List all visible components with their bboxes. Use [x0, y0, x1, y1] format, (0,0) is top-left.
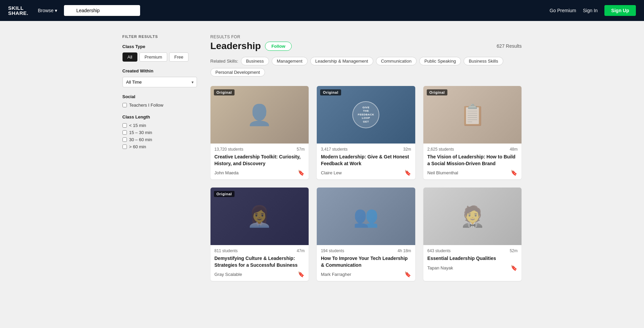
course-meta-4: 811 students 47m — [210, 245, 309, 255]
browse-button[interactable]: Browse ▾ — [38, 8, 58, 13]
course-author-3: Neil Blumenthal — [427, 170, 458, 175]
created-within-select[interactable]: All Time Past Month Past Year — [123, 77, 197, 87]
results-title-wrap: Leadership Follow — [210, 41, 292, 51]
courses-grid: Original 👤 13,720 students 57m Creative … — [210, 86, 522, 281]
course-author-row-2: Claire Lew 🔖 — [321, 170, 411, 176]
course-card-6[interactable]: 🤵 643 students 52m Essential Leadership … — [423, 188, 522, 281]
type-premium-button[interactable]: Premium — [139, 52, 167, 62]
browse-label: Browse — [38, 8, 54, 13]
course-title-1: Creative Leadership Toolkit: Curiosity, … — [215, 154, 305, 167]
skill-chip-communication[interactable]: Communication — [376, 57, 417, 65]
course-card-3[interactable]: Original 📋 2,625 students 48m The Vision… — [423, 86, 522, 179]
class-length-filter: Class Length < 15 min 15 – 30 min 30 – 6… — [123, 114, 197, 149]
bookmark-icon-3[interactable]: 🔖 — [511, 170, 517, 176]
course-thumb-3: Original 📋 — [423, 86, 522, 144]
length-15-30-option[interactable]: 15 – 30 min — [123, 130, 197, 135]
header-right: Go Premium Sign In Sign Up — [550, 5, 636, 16]
length-15-30-label: 15 – 30 min — [129, 130, 152, 135]
class-type-buttons: All Premium Free — [123, 52, 197, 62]
length-gt60-label: > 60 min — [129, 144, 146, 149]
logo[interactable]: SKILL SHARE. — [8, 5, 28, 16]
skill-chip-management[interactable]: Management — [272, 57, 308, 65]
course-author-row-4: Gray Scalable 🔖 — [215, 271, 305, 278]
course-duration-1: 57m — [297, 147, 305, 152]
course-author-2: Claire Lew — [321, 170, 341, 175]
course-duration-5: 4h 18m — [398, 248, 411, 253]
bookmark-icon-4[interactable]: 🔖 — [298, 271, 305, 278]
results-title: Leadership — [210, 41, 261, 51]
length-gt60-checkbox[interactable] — [123, 145, 127, 149]
course-author-row-5: Mark Farragher 🔖 — [321, 271, 411, 278]
course-meta-3: 2,625 students 48m — [423, 144, 522, 153]
chevron-down-icon: ▾ — [55, 8, 57, 13]
course-author-row-3: Neil Blumenthal 🔖 — [427, 170, 518, 176]
course-author-row-6: Tapan Nayak 🔖 — [427, 265, 518, 271]
length-lt15-label: < 15 min — [129, 123, 146, 128]
course-card-1[interactable]: Original 👤 13,720 students 57m Creative … — [210, 86, 309, 179]
teachers-i-follow-checkbox[interactable]: Teachers I Follow — [123, 103, 197, 108]
sidebar: FILTER RESULTS Class Type All Premium Fr… — [123, 35, 197, 281]
go-premium-button[interactable]: Go Premium — [550, 8, 576, 13]
course-thumb-6: 🤵 — [423, 188, 522, 245]
course-duration-2: 32m — [403, 147, 411, 152]
course-info-5: How To Improve Your Tech Leadership & Co… — [317, 255, 415, 281]
course-duration-3: 48m — [510, 147, 517, 152]
teachers-follow-input[interactable] — [123, 103, 127, 107]
course-meta-1: 13,720 students 57m — [210, 144, 309, 153]
thumb-person-5: 👥 — [317, 188, 415, 245]
course-card-4[interactable]: Original 👩‍💼 811 students 47m Demystifyi… — [210, 188, 309, 281]
course-students-4: 811 students — [215, 248, 238, 253]
related-skills-label: Related Skills: — [210, 59, 238, 64]
sign-in-button[interactable]: Sign In — [583, 8, 598, 13]
results-area: RESULTS FOR Leadership Follow 627 Result… — [210, 35, 522, 281]
course-info-3: The Vision of Leadership: How to Build a… — [423, 153, 522, 179]
skill-chip-public-speaking[interactable]: Public Speaking — [419, 57, 461, 65]
class-type-filter: Class Type All Premium Free — [123, 44, 197, 62]
course-thumb-1: Original 👤 — [210, 86, 309, 144]
original-badge-2: Original — [320, 89, 341, 95]
bookmark-icon-1[interactable]: 🔖 — [298, 170, 305, 176]
course-card-5[interactable]: 👥 194 students 4h 18m How To Improve You… — [317, 188, 415, 281]
course-thumb-2: Original GIVETHEFEEDBACKLOOPGET — [317, 86, 415, 144]
length-30-60-checkbox[interactable] — [123, 137, 127, 142]
course-title-6: Essential Leadership Qualities — [427, 255, 518, 262]
skill-chip-business-skills[interactable]: Business Skills — [464, 57, 503, 65]
length-gt60-option[interactable]: > 60 min — [123, 144, 197, 149]
results-for-label: RESULTS FOR — [210, 35, 522, 39]
type-all-button[interactable]: All — [123, 52, 137, 62]
course-author-1: John Maeda — [215, 170, 239, 175]
course-author-5: Mark Farragher — [321, 272, 351, 277]
bookmark-icon-2[interactable]: 🔖 — [404, 170, 411, 176]
type-free-button[interactable]: Free — [169, 52, 188, 62]
created-within-select-wrap: All Time Past Month Past Year ▾ — [123, 77, 197, 87]
course-students-2: 3,417 students — [321, 147, 348, 152]
course-duration-4: 47m — [297, 248, 305, 253]
course-title-2: Modern Leadership: Give & Get Honest Fee… — [321, 154, 411, 167]
skill-chip-leadership-management[interactable]: Leadership & Management — [310, 57, 373, 65]
original-badge-1: Original — [214, 89, 235, 95]
length-lt15-checkbox[interactable] — [123, 123, 127, 128]
course-card-2[interactable]: Original GIVETHEFEEDBACKLOOPGET 3,417 st… — [317, 86, 415, 179]
course-info-6: Essential Leadership Qualities Tapan Nay… — [423, 255, 522, 275]
bookmark-icon-5[interactable]: 🔖 — [404, 271, 411, 278]
course-meta-2: 3,417 students 32m — [317, 144, 415, 153]
class-length-title: Class Length — [123, 114, 197, 119]
logo-line2: SHARE. — [8, 10, 28, 16]
results-count: 627 Results — [497, 43, 522, 49]
search-input[interactable] — [64, 5, 140, 16]
bookmark-icon-6[interactable]: 🔖 — [511, 265, 517, 271]
class-type-title: Class Type — [123, 44, 197, 49]
sign-up-button[interactable]: Sign Up — [604, 5, 636, 16]
length-30-60-option[interactable]: 30 – 60 min — [123, 137, 197, 142]
length-lt15-option[interactable]: < 15 min — [123, 123, 197, 128]
length-15-30-checkbox[interactable] — [123, 130, 127, 135]
follow-button[interactable]: Follow — [265, 42, 292, 51]
skill-chip-business[interactable]: Business — [241, 57, 269, 65]
skill-chip-personal-development[interactable]: Personal Development — [210, 68, 265, 76]
results-header: Leadership Follow 627 Results — [210, 41, 522, 51]
main-content: FILTER RESULTS Class Type All Premium Fr… — [102, 21, 542, 294]
course-students-6: 643 students — [427, 248, 451, 253]
related-skills: Related Skills: Business Management Lead… — [210, 57, 522, 76]
course-author-6: Tapan Nayak — [427, 265, 453, 270]
course-students-3: 2,625 students — [427, 147, 454, 152]
